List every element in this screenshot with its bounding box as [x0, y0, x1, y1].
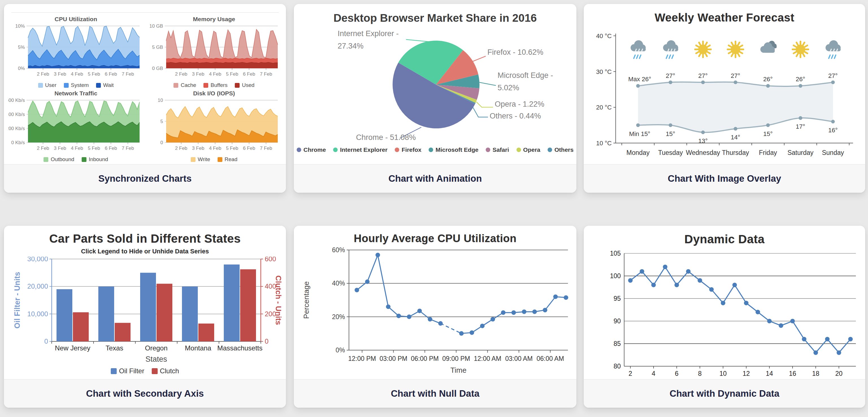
- svg-text:5%: 5%: [18, 44, 25, 50]
- legend-item-safari: Safari: [486, 146, 509, 153]
- svg-text:20: 20: [835, 370, 843, 376]
- chart-title: CPU Utilization: [55, 15, 97, 23]
- svg-text:80: 80: [613, 362, 621, 370]
- legend-label: Clutch: [160, 367, 179, 375]
- svg-text:90: 90: [613, 317, 621, 325]
- bar-legend[interactable]: Oil FilterClutch: [4, 367, 286, 375]
- svg-text:95: 95: [613, 295, 621, 302]
- svg-text:Opera - 1.22%: Opera - 1.22%: [495, 100, 545, 108]
- legend-swatch: [82, 157, 87, 162]
- svg-text:15°: 15°: [666, 130, 675, 137]
- svg-text:26°: 26°: [763, 76, 773, 83]
- disk-io-chart: Disk I/O (IOPS) 10502 Feb3 Feb4 Feb5 Feb…: [145, 90, 283, 164]
- svg-text:10: 10: [158, 98, 163, 103]
- legend-label: Buffers: [211, 82, 227, 88]
- svg-text:Oil Filter - Units: Oil Filter - Units: [13, 272, 22, 328]
- weather-icon-sun: [695, 41, 711, 57]
- weather-chart-title: Weekly Weather Forecast: [584, 11, 865, 24]
- svg-text:15°: 15°: [763, 130, 773, 137]
- legend-swatch: [96, 83, 101, 88]
- svg-text:7 Feb: 7 Feb: [122, 146, 134, 151]
- legend-label: Firefox: [402, 146, 421, 153]
- legend-swatch: [333, 147, 338, 152]
- legend-item-chrome: Chrome: [297, 146, 326, 153]
- legend-swatch: [111, 368, 117, 374]
- svg-text:3 Feb: 3 Feb: [192, 71, 204, 77]
- weather-range-chart: 40 °C30 °C20 °C10 °CMax 26°27°27°27°26°2…: [585, 25, 864, 162]
- svg-text:40%: 40%: [332, 280, 345, 287]
- svg-text:20%: 20%: [332, 313, 345, 320]
- svg-text:10 GB: 10 GB: [149, 24, 163, 29]
- card-chart-with-image-overlay[interactable]: Weekly Weather Forecast 40 °C30 °C20 °C1…: [584, 4, 865, 193]
- legend-item-user: User: [38, 82, 57, 88]
- svg-text:7 Feb: 7 Feb: [260, 71, 272, 77]
- legend-label: Microsoft Edge: [435, 146, 478, 153]
- chart-legend: CacheBuffersUsed: [174, 81, 254, 90]
- chart-title: Memory Usage: [193, 15, 235, 23]
- svg-text:Friday: Friday: [759, 149, 777, 156]
- svg-text:27°: 27°: [698, 72, 708, 79]
- svg-text:Others - 0.44%: Others - 0.44%: [490, 112, 541, 120]
- legend-item-write: Write: [191, 156, 210, 163]
- svg-text:2 Feb: 2 Feb: [175, 71, 187, 77]
- svg-text:Saturday: Saturday: [787, 149, 814, 156]
- svg-text:85: 85: [613, 340, 621, 347]
- svg-text:2 Feb: 2 Feb: [37, 146, 49, 151]
- pie-legend: ChromeInternet ExplorerFirefoxMicrosoft …: [294, 146, 577, 154]
- disk-area-chart: 10502 Feb3 Feb4 Feb5 Feb6 Feb7 Feb: [146, 97, 282, 155]
- legend-swatch: [548, 147, 552, 152]
- card-title: Synchronized Charts: [4, 164, 286, 193]
- legend-item-buffers: Buffers: [204, 82, 227, 88]
- svg-text:5 Feb: 5 Feb: [88, 71, 100, 77]
- svg-text:4: 4: [652, 370, 655, 376]
- svg-text:10,000: 10,000: [27, 310, 48, 318]
- legend-swatch: [64, 83, 69, 88]
- svg-text:Thursday: Thursday: [722, 149, 749, 156]
- weather-icon-cloudy: [761, 41, 777, 53]
- card-synchronized-charts[interactable]: CPU Utilization 10%5%0%2 Feb3 Feb4 Feb5 …: [4, 4, 286, 193]
- legend-item-others: Others: [548, 146, 574, 153]
- svg-text:10%: 10%: [15, 24, 25, 29]
- svg-text:6 Feb: 6 Feb: [243, 146, 255, 151]
- legend-swatch: [174, 83, 178, 88]
- svg-text:200 Kb/s: 200 Kb/s: [8, 126, 25, 131]
- legend-label: Cache: [181, 82, 196, 88]
- card-chart-with-dynamic-data[interactable]: Dynamic Data 105100959085802468101214161…: [584, 226, 865, 408]
- legend-item-oil-filter[interactable]: Oil Filter: [111, 367, 144, 375]
- svg-text:6 Feb: 6 Feb: [243, 71, 255, 77]
- legend-item-clutch[interactable]: Clutch: [152, 367, 179, 375]
- dynamic-chart-title: Dynamic Data: [584, 233, 865, 246]
- svg-text:5 GB: 5 GB: [152, 44, 163, 50]
- svg-text:4 Feb: 4 Feb: [71, 71, 83, 77]
- legend-item-inbound: Inbound: [82, 156, 108, 163]
- svg-text:17°: 17°: [796, 123, 805, 130]
- bar-chart-subtitle: Click Legend to Hide or Unhide Data Seri…: [4, 248, 286, 255]
- svg-text:Massachusetts: Massachusetts: [217, 344, 262, 352]
- svg-text:03:00 AM: 03:00 AM: [505, 355, 533, 362]
- carparts-bar-chart: 30,00020,00010,00006004002000Oil Filter …: [5, 257, 285, 367]
- legend-label: Write: [198, 156, 210, 163]
- card-chart-with-null-data[interactable]: Hourly Average CPU Utilization 60%40%20%…: [294, 226, 577, 408]
- svg-text:6 Feb: 6 Feb: [104, 71, 117, 77]
- svg-text:12:00 PM: 12:00 PM: [348, 355, 376, 362]
- svg-text:105: 105: [610, 250, 621, 257]
- legend-label: User: [45, 82, 57, 88]
- legend-item-microsoft-edge: Microsoft Edge: [429, 146, 478, 153]
- svg-text:3 Feb: 3 Feb: [54, 71, 66, 77]
- legend-item-internet-explorer: Internet Explorer: [333, 146, 388, 153]
- svg-text:Tuesday: Tuesday: [658, 149, 683, 156]
- svg-text:16: 16: [789, 370, 796, 376]
- card-title: Chart with Null Data: [294, 379, 577, 408]
- svg-text:Sunday: Sunday: [822, 149, 844, 156]
- weather-icon-sun: [793, 41, 808, 57]
- svg-text:Percentage: Percentage: [302, 281, 311, 319]
- svg-text:14°: 14°: [731, 134, 740, 141]
- legend-swatch: [297, 147, 301, 152]
- chart-legend: OutboundInbound: [43, 155, 108, 164]
- card-chart-with-animation[interactable]: Desktop Browser Market Share in 2016 Chr…: [294, 4, 577, 193]
- svg-text:New Jersey: New Jersey: [55, 344, 90, 352]
- svg-text:Clutch - Units: Clutch - Units: [274, 275, 283, 325]
- card-chart-with-secondary-axis[interactable]: Car Parts Sold in Different States Click…: [4, 226, 286, 408]
- svg-text:0: 0: [265, 338, 269, 345]
- legend-swatch: [152, 368, 158, 374]
